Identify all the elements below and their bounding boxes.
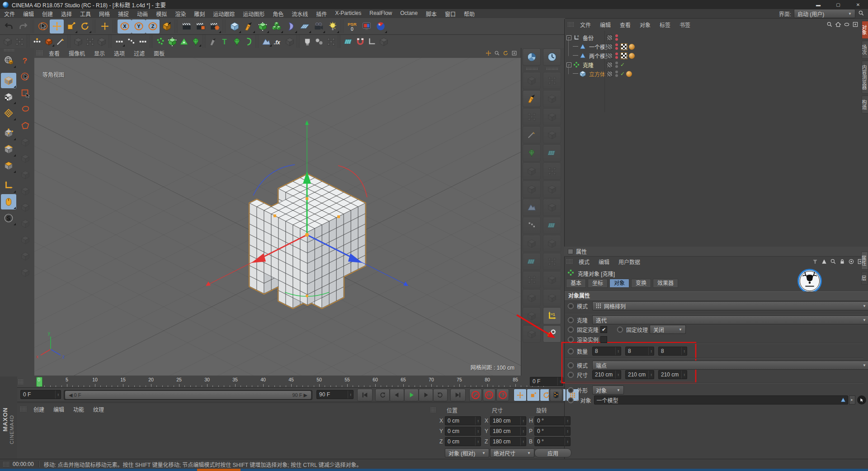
modeling-tool-icon-36[interactable] xyxy=(378,36,390,47)
om-menu-标签[interactable]: 标签 xyxy=(655,21,675,29)
minimize-button[interactable]: ▬ xyxy=(808,0,828,9)
phong-tag-icon[interactable] xyxy=(626,71,632,77)
target-icon[interactable] xyxy=(848,258,854,265)
menu-文件[interactable]: 文件 xyxy=(0,10,19,18)
pen-spline-button[interactable] xyxy=(241,19,255,33)
coord-system-button[interactable] xyxy=(160,19,174,33)
record-circle-icon[interactable] xyxy=(568,397,574,403)
search-icon[interactable] xyxy=(858,10,864,18)
scale-tool-icon[interactable] xyxy=(64,19,78,33)
disabled-command-icon-a7[interactable] xyxy=(523,217,541,234)
primitive-cube-button[interactable] xyxy=(227,19,241,33)
enable-check-icon[interactable]: ✓ xyxy=(620,71,625,77)
goto-start-button[interactable] xyxy=(357,389,373,401)
drag-grip[interactable] xyxy=(4,49,14,52)
viewport-canvas[interactable]: yxz 等角视图 网格间距 : 100 cm xyxy=(34,58,521,376)
menu-编辑[interactable]: 编辑 xyxy=(19,10,38,18)
autokey-button[interactable] xyxy=(483,389,495,401)
disabled-command-icon-a0[interactable] xyxy=(523,72,541,89)
disabled-command-icon-b9[interactable] xyxy=(543,235,561,252)
maximize-button[interactable]: ▢ xyxy=(828,0,848,9)
modeling-tool-icon-13[interactable] xyxy=(137,36,149,47)
modeling-tool-icon-4[interactable] xyxy=(43,36,55,47)
number-spinner[interactable]: 8↕ xyxy=(658,347,687,356)
move-tool-icon[interactable] xyxy=(50,19,64,33)
tree-expander[interactable]: − xyxy=(566,35,571,40)
camera-button[interactable] xyxy=(311,19,326,33)
menu-流水线[interactable]: 流水线 xyxy=(288,10,312,18)
menu-Octane[interactable]: Octane xyxy=(396,10,422,18)
viewport-menu-查看[interactable]: 查看 xyxy=(44,49,64,57)
material-menu-纹理[interactable]: 纹理 xyxy=(89,405,108,413)
disabled-command-icon-b11[interactable] xyxy=(543,271,561,288)
object-reference-field[interactable]: 一个模型 xyxy=(594,395,848,404)
visibility-dots[interactable] xyxy=(615,62,618,68)
menu-创建[interactable]: 创建 xyxy=(38,10,57,18)
play-backward-button[interactable] xyxy=(375,389,390,401)
phong-tag-icon[interactable] xyxy=(629,53,635,59)
menu-选择[interactable]: 选择 xyxy=(57,10,76,18)
modeling-tool-icon-23[interactable] xyxy=(243,36,255,47)
number-spinner[interactable]: 210 cm↕ xyxy=(658,370,687,379)
modeling-tool-icon-9[interactable] xyxy=(96,36,108,47)
goto-end-button[interactable] xyxy=(450,389,466,401)
undo-icon[interactable] xyxy=(2,19,16,33)
help-icon[interactable]: ? xyxy=(18,53,33,68)
menu-窗口[interactable]: 窗口 xyxy=(441,10,460,18)
enable-check-icon[interactable]: ✓ xyxy=(620,62,625,68)
panel-tab-场次[interactable]: 场次 xyxy=(862,41,868,59)
attr-tab-基本[interactable]: 基本 xyxy=(566,279,586,288)
object-row-一个模型[interactable]: 一个模型 xyxy=(573,43,613,51)
zoom-view-icon[interactable] xyxy=(494,50,500,56)
viewport-render-button[interactable] xyxy=(359,19,373,33)
visibility-dots[interactable] xyxy=(615,71,618,77)
axis-mode-icon[interactable] xyxy=(1,178,16,193)
menu-帮助[interactable]: 帮助 xyxy=(460,10,479,18)
record-circle-icon[interactable] xyxy=(568,348,574,354)
workplane-mode-icon[interactable] xyxy=(1,105,16,121)
filter-icon[interactable] xyxy=(812,258,818,265)
modeling-tool-icon-11[interactable] xyxy=(113,36,125,47)
modeling-tool-icon-30[interactable] xyxy=(313,36,325,47)
om-menu-书签[interactable]: 书签 xyxy=(675,21,695,29)
disabled-command-icon-b4[interactable] xyxy=(543,144,561,162)
attr-tab-坐标[interactable]: 坐标 xyxy=(588,279,608,288)
home-icon[interactable] xyxy=(835,21,841,28)
dropdown[interactable]: 网格排列▼ xyxy=(592,301,868,310)
expand-button[interactable]: ▸ xyxy=(849,395,855,404)
coord-input-旋转-B[interactable]: 0 °↕ xyxy=(534,437,571,446)
record-circle-icon[interactable] xyxy=(568,362,574,368)
record-circle-icon[interactable] xyxy=(568,337,574,343)
modeling-tool-icon-16[interactable] xyxy=(166,36,178,47)
menu-脚本[interactable]: 脚本 xyxy=(422,10,441,18)
current-frame-spinner[interactable]: 0 F↕ xyxy=(530,377,563,386)
texture-mode-icon[interactable] xyxy=(1,89,16,105)
modeling-tool-icon-22[interactable] xyxy=(231,36,243,47)
modeling-tool-icon-1[interactable] xyxy=(14,36,25,47)
disabled-command-icon-a8[interactable] xyxy=(523,235,541,252)
attr-tab-效果器[interactable]: 效果器 xyxy=(653,279,678,288)
coord-input-旋转-H[interactable]: 0 °↕ xyxy=(534,416,571,425)
disabled-command-icon-b5[interactable] xyxy=(543,162,561,180)
key-scale-toggle[interactable] xyxy=(527,389,540,401)
render-settings-button[interactable] xyxy=(208,19,222,33)
disabled-command-icon-a11[interactable] xyxy=(523,289,541,306)
modeling-tool-icon-7[interactable] xyxy=(72,36,84,47)
menu-X-Particles[interactable]: X-Particles xyxy=(331,10,365,18)
fix-clone-checkbox[interactable]: ✔ xyxy=(600,326,607,333)
menu-工具[interactable]: 工具 xyxy=(76,10,95,18)
record-circle-icon[interactable] xyxy=(568,303,574,309)
coord-input-旋转-P[interactable]: 0 °↕ xyxy=(534,427,571,436)
edges-mode-icon[interactable] xyxy=(1,142,16,157)
live-selection-icon[interactable] xyxy=(18,69,33,85)
menu-动画[interactable]: 动画 xyxy=(133,10,152,18)
modeling-tool-icon-27[interactable] xyxy=(284,36,296,47)
lasso-selection-icon[interactable] xyxy=(18,102,33,117)
visibility-dots[interactable] xyxy=(615,34,618,41)
timeline-window-button[interactable] xyxy=(550,389,562,401)
rotate-tool-icon[interactable] xyxy=(78,19,92,33)
menu-运动图形[interactable]: 运动图形 xyxy=(239,10,269,18)
disabled-command-icon-b0[interactable] xyxy=(543,72,561,89)
object-name[interactable]: 克隆 xyxy=(581,61,595,69)
disabled-command-icon-b1[interactable] xyxy=(543,90,561,107)
